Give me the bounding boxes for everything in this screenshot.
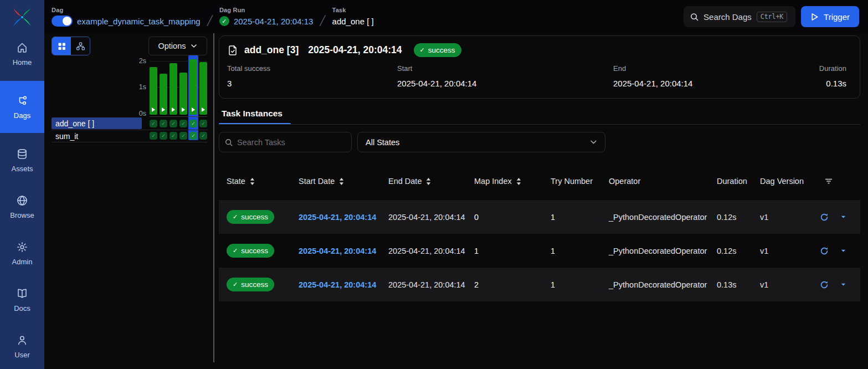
search-dags-input[interactable]: Search Dags Ctrl+K (684, 6, 795, 27)
dag-name-link[interactable]: example_dynamic_task_mapping (77, 17, 201, 26)
run-duration-bar[interactable] (179, 73, 187, 115)
tab-task-instances[interactable]: Task Instances (222, 109, 283, 119)
check-icon: ✓ (151, 134, 156, 139)
column-header-map-index[interactable]: Map Index (466, 177, 543, 186)
sidebar-item-dags[interactable]: Dags (0, 81, 44, 133)
search-tasks-input[interactable]: Search Tasks (219, 132, 352, 152)
airflow-logo[interactable] (0, 0, 44, 34)
dag-run-link[interactable]: 2025-04-21, 20:04:13 (234, 17, 313, 26)
task-instance-square[interactable]: ✓ (150, 132, 157, 140)
sidebar-item-browse[interactable]: Browse (0, 187, 44, 226)
y-axis-tick: 1s (132, 83, 146, 91)
task-instance-square[interactable]: ✓ (160, 132, 167, 140)
sidebar-item-label: Dags (14, 111, 30, 120)
grid-icon (57, 42, 66, 51)
run-duration-bar[interactable] (160, 74, 167, 115)
status-badge: ✓success (227, 210, 274, 224)
view-toggle (52, 37, 90, 55)
sidebar-item-label: Assets (11, 165, 33, 173)
table-row[interactable]: ✓success2025-04-21, 20:04:142025-04-21, … (219, 268, 860, 301)
row-menu-button[interactable] (840, 214, 846, 220)
task-name[interactable]: add_one [ ] (52, 119, 94, 128)
sort-icon[interactable] (515, 177, 522, 186)
column-header-end-date[interactable]: End Date (381, 177, 466, 186)
state-filter-select[interactable]: All States (357, 132, 605, 152)
status-badge: ✓success (227, 278, 274, 291)
end-date-cell: 2025-04-21, 20:04:14 (381, 280, 466, 289)
sort-icon[interactable] (425, 177, 432, 186)
start-date-link[interactable]: 2025-04-21, 20:04:14 (291, 247, 381, 255)
start-date-link[interactable]: 2025-04-21, 20:04:14 (291, 213, 381, 222)
task-instance-square[interactable]: ✓ (199, 120, 207, 127)
sidebar-item-docs[interactable]: Docs (0, 280, 44, 319)
sidebar-item-label: Docs (14, 304, 30, 312)
table-row[interactable]: ✓success2025-04-21, 20:04:142025-04-21, … (219, 234, 860, 268)
duration-cell: 0.12s (709, 247, 752, 255)
graph-view-button[interactable] (71, 37, 90, 55)
task-instance-square[interactable]: ✓ (189, 120, 197, 127)
stat-duration: Duration 0.13s (819, 64, 846, 88)
globe-icon (16, 194, 28, 207)
dag-run-success-icon: ✓ (219, 16, 229, 26)
graph-icon (76, 42, 85, 51)
clear-task-button[interactable] (820, 213, 829, 222)
clear-task-button[interactable] (820, 280, 829, 289)
dag-version-cell: v1 (752, 247, 814, 255)
sidebar-item-assets[interactable]: Assets (0, 141, 44, 180)
search-dags-placeholder: Search Dags (703, 12, 752, 22)
check-icon: ✓ (191, 134, 196, 139)
task-instance-square[interactable]: ✓ (150, 120, 157, 127)
task-instance-square[interactable]: ✓ (199, 132, 207, 140)
stat-start: Start 2025-04-21, 20:04:14 (397, 64, 613, 88)
clear-task-button[interactable] (820, 247, 829, 255)
top-bar: Dag example_dynamic_task_mapping ╱ Dag R… (44, 0, 868, 33)
play-icon (201, 107, 206, 112)
task-name[interactable]: sum_it (52, 132, 78, 141)
task-instance-squares-add-one: ✓✓✓✓✓✓ (150, 120, 207, 127)
breadcrumb-dag-run-label: Dag Run (219, 7, 313, 13)
trigger-button[interactable]: Trigger (801, 6, 859, 27)
start-date-link[interactable]: 2025-04-21, 20:04:14 (291, 280, 381, 289)
run-duration-bar[interactable] (189, 59, 197, 115)
table-row[interactable]: ✓success2025-04-21, 20:04:142025-04-21, … (219, 200, 860, 234)
task-instance-square[interactable]: ✓ (179, 120, 187, 127)
grid-view-button[interactable] (52, 37, 71, 55)
operator-cell: _PythonDecoratedOperator (601, 247, 709, 255)
run-duration-chart-bars (150, 33, 207, 115)
task-instance-square[interactable]: ✓ (179, 132, 187, 140)
sort-icon[interactable] (249, 177, 256, 186)
sidebar-item-label: User (14, 351, 29, 359)
end-date-cell: 2025-04-21, 20:04:14 (381, 247, 466, 255)
filter-icon[interactable] (824, 177, 833, 186)
task-instance-square[interactable]: ✓ (160, 120, 167, 127)
dag-pause-toggle[interactable] (52, 16, 73, 27)
task-instance-square[interactable]: ✓ (170, 120, 177, 127)
row-menu-button[interactable] (840, 281, 846, 288)
trigger-button-label: Trigger (824, 12, 850, 22)
column-header-state[interactable]: State (219, 177, 291, 186)
column-header-try-number: Try Number (543, 177, 601, 186)
sort-icon[interactable] (338, 177, 345, 186)
task-instance-square[interactable]: ✓ (170, 132, 177, 140)
stat-value: 0.13s (819, 79, 846, 88)
database-icon (16, 148, 28, 160)
row-menu-button[interactable] (840, 248, 846, 254)
task-instance-square[interactable]: ✓ (189, 132, 197, 140)
sidebar-item-user[interactable]: User (0, 327, 44, 366)
toggle-knob (63, 17, 71, 25)
check-icon: ✓ (201, 134, 206, 139)
column-header-start-date[interactable]: Start Date (291, 177, 381, 186)
sidebar-item-admin[interactable]: Admin (0, 234, 44, 273)
run-duration-bar[interactable] (170, 63, 177, 115)
search-icon (225, 139, 233, 146)
search-icon (690, 13, 698, 21)
caret-down-icon (840, 248, 846, 254)
book-icon (16, 288, 28, 300)
sidebar-item-home[interactable]: Home (0, 34, 44, 73)
row-actions (814, 213, 860, 222)
run-duration-bar[interactable] (199, 62, 207, 115)
breadcrumb-dag-run: Dag Run ✓ 2025-04-21, 20:04:13 (219, 7, 313, 27)
run-duration-bar[interactable] (150, 67, 157, 115)
column-header-operator: Operator (601, 177, 709, 186)
play-icon (810, 13, 819, 21)
